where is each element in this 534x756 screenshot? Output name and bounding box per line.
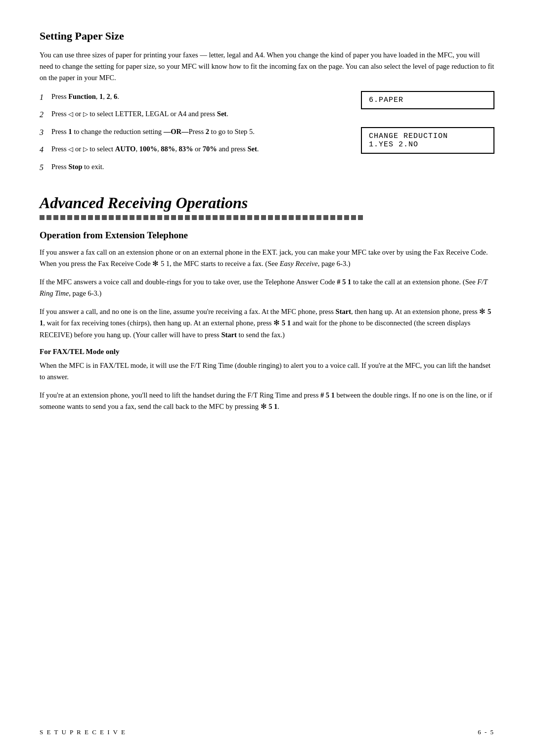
divider-square-2 xyxy=(46,215,51,220)
divider-square-9 xyxy=(95,215,100,220)
chapter-divider xyxy=(40,215,494,220)
divider-square-36 xyxy=(282,215,287,220)
lcd-line-1: CHANGE REDUCTION xyxy=(369,132,487,140)
steps-column: 1 Press Function, 1, 2, 6. 2 Press ◁ or … xyxy=(40,91,346,179)
faxtel-para-1: When the MFC is in FAX/TEL mode, it will… xyxy=(40,360,494,383)
divider-square-19 xyxy=(164,215,169,220)
lcd-line-2: 1.YES 2.NO xyxy=(369,140,487,149)
lcd-display-1: 6.PAPER xyxy=(361,91,494,109)
divider-square-16 xyxy=(143,215,148,220)
divider-square-31 xyxy=(247,215,252,220)
step-3: 3 Press 1 to change the reduction settin… xyxy=(40,126,346,139)
divider-square-33 xyxy=(261,215,266,220)
divider-square-40 xyxy=(310,215,314,220)
divider-square-47 xyxy=(358,215,363,220)
lcd-column: 6.PAPER CHANGE REDUCTION 1.YES 2.NO xyxy=(361,91,494,179)
step-number-5: 5 xyxy=(40,161,47,174)
step-content-4: Press ◁ or ▷ to select AUTO, 100%, 88%, … xyxy=(51,143,346,156)
divider-square-12 xyxy=(116,215,121,220)
divider-square-15 xyxy=(136,215,141,220)
divider-square-30 xyxy=(240,215,245,220)
step-1: 1 Press Function, 1, 2, 6. xyxy=(40,91,346,104)
subsection-title-2: For FAX/TEL Mode only xyxy=(40,348,494,356)
step-5: 5 Press Stop to exit. xyxy=(40,161,346,174)
step-number-3: 3 xyxy=(40,126,47,139)
faxtel-para-2: If you're at an extension phone, you'll … xyxy=(40,390,494,412)
ext-para-2: If the MFC answers a voice call and doub… xyxy=(40,276,494,299)
divider-square-43 xyxy=(330,215,335,220)
divider-square-45 xyxy=(344,215,349,220)
divider-square-6 xyxy=(74,215,79,220)
divider-square-25 xyxy=(206,215,211,220)
divider-square-27 xyxy=(220,215,224,220)
steps-and-lcd-container: 1 Press Function, 1, 2, 6. 2 Press ◁ or … xyxy=(40,91,494,179)
divider-square-22 xyxy=(185,215,190,220)
step-content-2: Press ◁ or ▷ to select LETTER, LEGAL or … xyxy=(51,108,346,121)
footer-right: 6 - 5 xyxy=(478,728,494,736)
divider-square-24 xyxy=(199,215,204,220)
divider-square-38 xyxy=(296,215,301,220)
ext-para-3: If you answer a call, and no one is on t… xyxy=(40,306,494,341)
divider-square-11 xyxy=(109,215,114,220)
divider-square-18 xyxy=(157,215,162,220)
section-advanced-receiving: Advanced Receiving Operations xyxy=(40,194,494,413)
divider-square-3 xyxy=(53,215,58,220)
step-number-4: 4 xyxy=(40,143,47,156)
divider-square-13 xyxy=(123,215,128,220)
subsection-title-1: Operation from Extension Telephone xyxy=(40,230,494,241)
step-2: 2 Press ◁ or ▷ to select LETTER, LEGAL o… xyxy=(40,108,346,121)
divider-square-28 xyxy=(226,215,231,220)
divider-square-4 xyxy=(60,215,65,220)
divider-square-37 xyxy=(289,215,294,220)
section-title-paper-size: Setting Paper Size xyxy=(40,30,494,43)
divider-square-7 xyxy=(81,215,86,220)
divider-square-5 xyxy=(67,215,72,220)
subsection-extension-telephone: Operation from Extension Telephone If yo… xyxy=(40,230,494,341)
divider-square-35 xyxy=(275,215,280,220)
section-setting-paper-size: Setting Paper Size You can use three siz… xyxy=(40,30,494,179)
step-content-5: Press Stop to exit. xyxy=(51,161,346,174)
divider-square-23 xyxy=(192,215,197,220)
step-content-3: Press 1 to change the reduction setting … xyxy=(51,126,346,139)
divider-square-10 xyxy=(102,215,107,220)
step-4: 4 Press ◁ or ▷ to select AUTO, 100%, 88%… xyxy=(40,143,346,156)
divider-square-29 xyxy=(233,215,238,220)
divider-square-20 xyxy=(171,215,176,220)
ext-para-1: If you answer a fax call on an extension… xyxy=(40,247,494,269)
divider-square-34 xyxy=(268,215,273,220)
lcd-display-2: CHANGE REDUCTION 1.YES 2.NO xyxy=(361,127,494,154)
step-number-1: 1 xyxy=(40,91,47,104)
divider-square-46 xyxy=(351,215,356,220)
divider-square-8 xyxy=(88,215,93,220)
divider-square-32 xyxy=(254,215,259,220)
footer-left: S E T U P R E C E I V E xyxy=(40,728,126,736)
step-number-2: 2 xyxy=(40,108,47,121)
divider-square-14 xyxy=(130,215,134,220)
divider-square-1 xyxy=(40,215,44,220)
divider-square-39 xyxy=(303,215,308,220)
divider-square-17 xyxy=(150,215,155,220)
divider-square-44 xyxy=(337,215,342,220)
intro-paragraph: You can use three sizes of paper for pri… xyxy=(40,49,494,84)
chapter-title: Advanced Receiving Operations xyxy=(40,194,494,212)
step-content-1: Press Function, 1, 2, 6. xyxy=(51,91,346,104)
divider-square-42 xyxy=(323,215,328,220)
divider-square-26 xyxy=(213,215,218,220)
divider-square-41 xyxy=(316,215,321,220)
divider-square-21 xyxy=(178,215,183,220)
subsection-fax-tel-mode: For FAX/TEL Mode only When the MFC is in… xyxy=(40,348,494,413)
page-footer: S E T U P R E C E I V E 6 - 5 xyxy=(40,728,494,736)
